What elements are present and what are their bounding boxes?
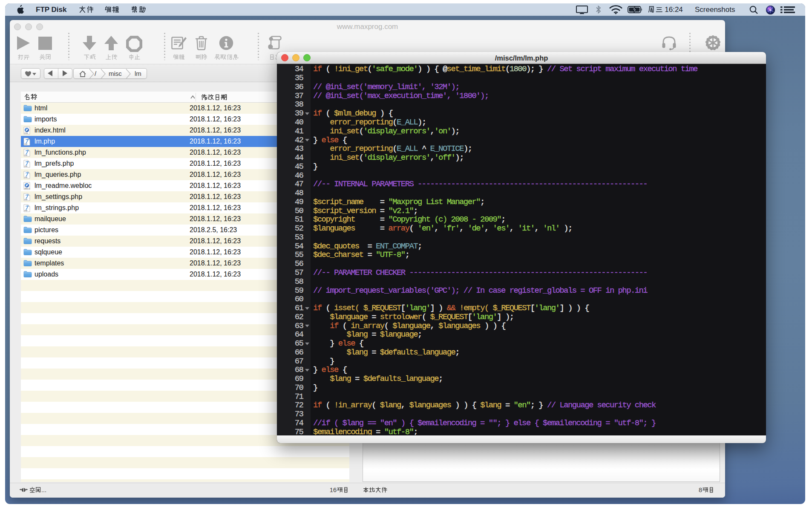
svg-text:PHP: PHP bbox=[24, 199, 28, 200]
svg-text:HTML: HTML bbox=[24, 132, 28, 134]
svg-text:PHP: PHP bbox=[24, 154, 28, 156]
svg-text:PHP: PHP bbox=[24, 165, 28, 167]
svg-text:PHP: PHP bbox=[24, 210, 28, 211]
svg-text:PHP: PHP bbox=[24, 176, 28, 178]
svg-text:PHP: PHP bbox=[24, 143, 28, 145]
svg-text:WEBLOC: WEBLOC bbox=[24, 187, 30, 189]
